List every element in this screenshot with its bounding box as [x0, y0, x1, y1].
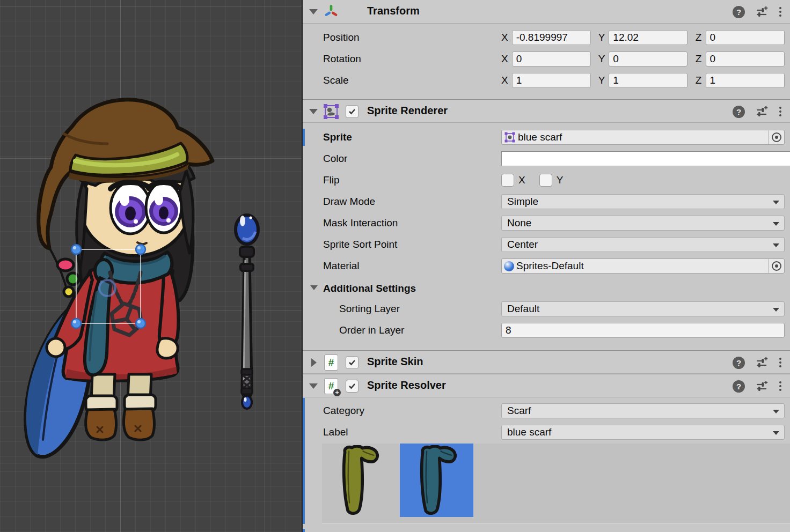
field-label: Color	[323, 153, 347, 165]
sprite-renderer-header[interactable]: Sprite Renderer ?	[303, 99, 790, 123]
transform-header[interactable]: Transform ?	[303, 0, 790, 24]
help-icon[interactable]: ?	[733, 357, 745, 369]
sprite-row: Sprite blue scarf	[303, 130, 790, 145]
legs-and-boots[interactable]	[86, 374, 156, 440]
handle-glint	[137, 320, 141, 323]
scale-x-field[interactable]	[512, 73, 591, 88]
flip-y-checkbox[interactable]	[539, 174, 552, 187]
label-row: Label blue scarf	[303, 425, 790, 440]
order-in-layer-row: Order in Layer	[303, 323, 790, 338]
field-label: Category	[323, 405, 364, 417]
selection-handle[interactable]	[71, 245, 81, 254]
component-title: Sprite Renderer	[367, 105, 448, 117]
presets-icon[interactable]	[755, 380, 768, 393]
foldout-open-icon[interactable]	[309, 9, 318, 14]
object-picker-icon	[772, 261, 781, 271]
chevron-down-icon	[773, 222, 779, 226]
axis-label-x: X	[501, 75, 508, 86]
axis-label-x: X	[501, 32, 508, 43]
field-label: Draw Mode	[323, 196, 375, 208]
component-title: Sprite Resolver	[367, 379, 446, 391]
bead-green	[67, 273, 79, 285]
sprite-sort-point-dropdown[interactable]: Center	[501, 237, 785, 252]
scale-z-field[interactable]	[706, 73, 785, 88]
menu-icon[interactable]	[778, 106, 782, 117]
color-row: Color	[303, 151, 790, 166]
chevron-down-icon	[773, 431, 779, 435]
additional-settings-foldout[interactable]: Additional Settings	[303, 281, 790, 296]
color-swatch[interactable]	[501, 151, 790, 166]
dropdown-value: blue scarf	[507, 426, 551, 438]
component-enabled-checkbox[interactable]	[346, 356, 359, 369]
sorting-layer-dropdown[interactable]: Default	[501, 301, 785, 316]
material-object-field[interactable]: Sprites-Default	[501, 258, 785, 274]
variant-thumbnail-blue-scarf[interactable]	[400, 444, 473, 517]
handle-glint	[73, 320, 76, 323]
dropdown-value: Scarf	[507, 405, 531, 417]
category-dropdown[interactable]: Scarf	[501, 403, 785, 418]
foldout-open-icon[interactable]	[309, 383, 318, 389]
position-y-field[interactable]	[609, 30, 687, 45]
help-icon[interactable]: ?	[733, 106, 745, 118]
foldout-open-icon[interactable]	[309, 109, 318, 114]
sprite-resolver-icon: #+	[324, 378, 340, 394]
dropdown-value: Default	[507, 303, 539, 315]
menu-icon[interactable]	[778, 357, 782, 368]
draw-mode-dropdown[interactable]: Simple	[501, 194, 785, 209]
position-z-field[interactable]	[706, 30, 785, 45]
character-sprite[interactable]	[26, 100, 213, 457]
flip-x-checkbox[interactable]	[501, 174, 514, 187]
presets-icon[interactable]	[755, 5, 768, 18]
material-object-value: Sprites-Default	[516, 260, 584, 272]
help-icon[interactable]: ?	[733, 6, 745, 18]
component-title: Sprite Skin	[367, 356, 423, 368]
object-picker-button[interactable]	[768, 259, 784, 273]
sprite-object-field[interactable]: blue scarf	[501, 130, 785, 145]
selection-handle[interactable]	[136, 319, 145, 328]
pivot-indicator[interactable]	[99, 280, 115, 296]
order-in-layer-field[interactable]	[501, 323, 785, 338]
flip-x-label: X	[518, 174, 525, 186]
draw-mode-row: Draw Mode Simple	[303, 194, 790, 209]
component-enabled-checkbox[interactable]	[346, 380, 359, 393]
component-enabled-checkbox[interactable]	[346, 105, 359, 118]
variant-thumbnail-green-scarf[interactable]	[322, 444, 396, 517]
scale-y-field[interactable]	[609, 73, 687, 88]
menu-icon[interactable]	[778, 380, 782, 392]
chevron-down-icon	[773, 243, 779, 247]
object-picker-button[interactable]	[768, 130, 784, 144]
override-indicator	[303, 529, 305, 532]
rotation-z-field[interactable]	[706, 51, 785, 66]
material-row: Material Sprites-Default	[303, 258, 790, 274]
help-icon[interactable]: ?	[733, 380, 745, 393]
scene-view[interactable]	[0, 0, 302, 532]
category-row: Category Scarf	[303, 403, 790, 418]
axis-label-z: Z	[695, 75, 701, 86]
dropdown-value: Simple	[507, 196, 538, 208]
material-icon	[504, 261, 514, 271]
mask-interaction-dropdown[interactable]: None	[501, 216, 785, 231]
presets-icon[interactable]	[755, 356, 768, 369]
sprite-resolver-header[interactable]: #+ Sprite Resolver ?	[303, 374, 790, 397]
handle-glint	[137, 246, 141, 249]
rotation-x-field[interactable]	[512, 51, 591, 66]
selection-handle[interactable]	[136, 245, 145, 254]
handle-glint	[73, 246, 76, 249]
inspector-panel: Transform ? Position X Y Z	[303, 0, 790, 532]
field-label: Label	[323, 426, 348, 438]
foldout-closed-icon[interactable]	[311, 358, 317, 367]
rotation-y-field[interactable]	[609, 51, 687, 66]
chevron-down-icon	[773, 410, 779, 413]
dropdown-value: Center	[507, 239, 538, 250]
section-label: Additional Settings	[323, 283, 416, 294]
chevron-down-icon	[773, 201, 779, 204]
menu-icon[interactable]	[778, 6, 782, 18]
staff-sprite[interactable]	[236, 215, 258, 409]
label-dropdown[interactable]: blue scarf	[501, 425, 785, 440]
axis-label-y: Y	[598, 32, 605, 43]
position-x-field[interactable]	[512, 30, 591, 45]
selection-handle[interactable]	[71, 319, 81, 328]
presets-icon[interactable]	[755, 105, 768, 118]
sprite-object-value: blue scarf	[518, 131, 562, 143]
sprite-skin-header[interactable]: # Sprite Skin ?	[303, 350, 790, 374]
